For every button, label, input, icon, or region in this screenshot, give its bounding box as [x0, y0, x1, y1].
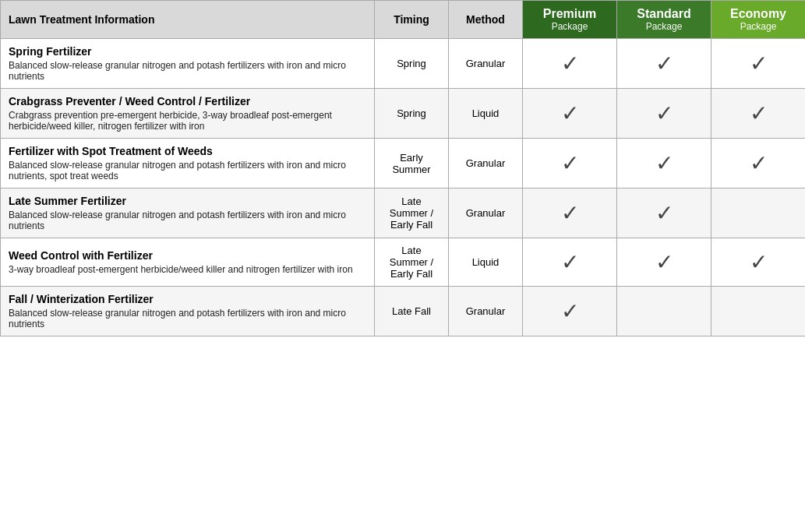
checkmark-icon [750, 51, 768, 76]
row-desc: Balanced slow-release granular nitrogen … [9, 210, 366, 231]
row-standard-check [617, 188, 711, 238]
row-standard-check [617, 39, 711, 89]
table-row: Weed Control with Fertilizer3-way broadl… [1, 238, 806, 287]
row-info-cell: Fall / Winterization FertilizerBalanced … [1, 287, 375, 336]
row-title: Weed Control with Fertilizer [9, 249, 366, 262]
row-standard-check [617, 238, 711, 287]
row-standard-check [617, 139, 711, 188]
checkmark-icon [561, 201, 579, 225]
row-timing-cell: Late Fall [375, 287, 449, 336]
row-method-cell: Granular [449, 287, 523, 336]
header-info: Lawn Treatment Information [1, 1, 375, 39]
row-timing-cell: Late Summer / Early Fall [375, 238, 449, 287]
premium-sub: Package [531, 21, 609, 32]
row-info-cell: Fertilizer with Spot Treatment of WeedsB… [1, 139, 375, 188]
row-info-cell: Weed Control with Fertilizer3-way broadl… [1, 238, 375, 287]
row-premium-check [523, 89, 617, 139]
header-timing: Timing [375, 1, 449, 39]
header-economy: Economy Package [711, 1, 806, 39]
checkmark-icon [561, 51, 579, 76]
row-method-cell: Granular [449, 39, 523, 89]
header-info-label: Lawn Treatment Information [9, 13, 154, 26]
row-info-cell: Spring FertilizerBalanced slow-release g… [1, 39, 375, 89]
checkmark-icon [750, 101, 768, 125]
row-economy-check [711, 89, 806, 139]
row-timing-cell: Spring [375, 39, 449, 89]
row-premium-check [523, 188, 617, 238]
checkmark-icon [655, 101, 673, 125]
row-method-cell: Liquid [449, 238, 523, 287]
economy-sub: Package [719, 21, 797, 32]
checkmark-icon [655, 151, 673, 175]
table-header-row: Lawn Treatment Information Timing Method… [1, 1, 806, 39]
header-premium: Premium Package [523, 1, 617, 39]
header-method: Method [449, 1, 523, 39]
checkmark-icon [655, 51, 673, 76]
row-desc: Balanced slow-release granular nitrogen … [9, 60, 366, 82]
table-row: Fall / Winterization FertilizerBalanced … [1, 287, 806, 336]
row-title: Late Summer Fertilizer [9, 195, 366, 207]
row-standard-check [617, 287, 711, 336]
row-method-cell: Granular [449, 139, 523, 188]
table-row: Late Summer FertilizerBalanced slow-rele… [1, 188, 806, 238]
standard-title: Standard [625, 7, 703, 21]
header-timing-label: Timing [394, 13, 429, 26]
header-standard: Standard Package [617, 1, 711, 39]
row-desc: Crabgrass prevention pre-emergent herbic… [9, 110, 366, 132]
row-title: Fall / Winterization Fertilizer [9, 293, 366, 305]
economy-title: Economy [719, 7, 797, 21]
row-premium-check [523, 139, 617, 188]
row-premium-check [523, 287, 617, 336]
row-economy-check [711, 238, 806, 287]
row-timing-cell: Late Summer / Early Fall [375, 188, 449, 238]
row-premium-check [523, 238, 617, 287]
row-economy-check [711, 39, 806, 89]
checkmark-icon [561, 101, 579, 125]
table-row: Fertilizer with Spot Treatment of WeedsB… [1, 139, 806, 188]
row-info-cell: Late Summer FertilizerBalanced slow-rele… [1, 188, 375, 238]
row-desc: 3-way broadleaf post-emergent herbicide/… [9, 264, 366, 275]
table-row: Spring FertilizerBalanced slow-release g… [1, 39, 806, 89]
row-standard-check [617, 89, 711, 139]
checkmark-icon [750, 151, 768, 175]
row-economy-check [711, 287, 806, 336]
row-method-cell: Liquid [449, 89, 523, 139]
row-economy-check [711, 139, 806, 188]
row-title: Spring Fertilizer [9, 45, 366, 58]
checkmark-icon [561, 151, 579, 175]
checkmark-icon [655, 201, 673, 225]
standard-sub: Package [625, 21, 703, 32]
checkmark-icon [750, 250, 768, 274]
row-method-cell: Granular [449, 188, 523, 238]
table-row: Crabgrass Preventer / Weed Control / Fer… [1, 89, 806, 139]
row-info-cell: Crabgrass Preventer / Weed Control / Fer… [1, 89, 375, 139]
row-desc: Balanced slow-release granular nitrogen … [9, 160, 366, 181]
premium-title: Premium [531, 7, 609, 21]
checkmark-icon [655, 250, 673, 274]
row-economy-check [711, 188, 806, 238]
row-timing-cell: Early Summer [375, 139, 449, 188]
row-title: Crabgrass Preventer / Weed Control / Fer… [9, 95, 366, 107]
row-timing-cell: Spring [375, 89, 449, 139]
row-desc: Balanced slow-release granular nitrogen … [9, 308, 366, 329]
checkmark-icon [561, 250, 579, 274]
checkmark-icon [561, 299, 579, 323]
row-title: Fertilizer with Spot Treatment of Weeds [9, 145, 366, 157]
row-premium-check [523, 39, 617, 89]
header-method-label: Method [466, 13, 505, 26]
